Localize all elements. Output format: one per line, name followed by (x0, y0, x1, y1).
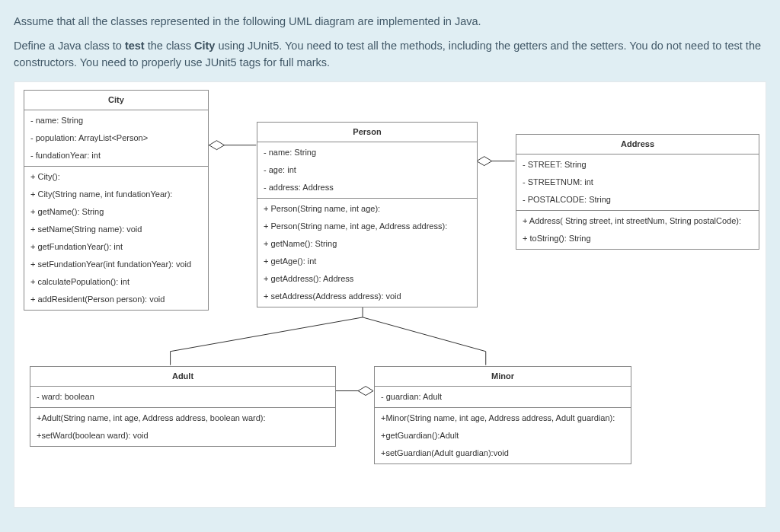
op: + addResident(Person person): void (24, 291, 208, 308)
op: + calculatePopulation(): int (24, 273, 208, 291)
attr: - age: int (257, 161, 477, 179)
class-title: Address (516, 135, 759, 155)
operations: +Adult(String name, int age, Address add… (30, 408, 335, 446)
op: + Person(String name, int age): (257, 200, 477, 218)
svg-line-6 (171, 317, 363, 352)
class-person: Person - name: String - age: int - addre… (257, 122, 478, 307)
class-title: Adult (30, 367, 335, 387)
op: + setName(String name): void (24, 221, 208, 238)
op: + setAddress(Address address): void (257, 288, 477, 305)
problem-statement: Assume that all the classes represented … (14, 14, 766, 71)
class-minor: Minor - guardian: Adult +Minor(String na… (374, 366, 631, 464)
class-adult: Adult - ward: boolean +Adult(String name… (30, 366, 336, 447)
class-title: Minor (375, 367, 631, 387)
svg-marker-3 (477, 157, 492, 166)
paragraph-2: Define a Java class to test the class Ci… (14, 38, 766, 72)
attr: - POSTALCODE: String (516, 191, 759, 209)
class-city: City - name: String - population: ArrayL… (24, 90, 209, 311)
op: +setGuardian(Adult guardian):void (375, 444, 631, 462)
operations: + Person(String name, int age): + Person… (257, 199, 477, 307)
op: +getGuardian():Adult (375, 427, 631, 444)
op: + getFundationYear(): int (24, 238, 208, 256)
operations: +Minor(String name, int age, Address add… (375, 408, 631, 464)
op: + getName(): String (257, 235, 477, 253)
attributes: - name: String - age: int - address: Add… (257, 142, 477, 199)
attr: - address: Address (257, 179, 477, 196)
svg-line-8 (363, 317, 486, 352)
op: + setFundationYear(int fundationYear): v… (24, 256, 208, 273)
op: + getName(): String (24, 203, 208, 221)
op: + Address( String street, int streetNum,… (516, 212, 759, 230)
operations: + Address( String street, int streetNum,… (516, 211, 759, 249)
op: + Person(String name, int age, Address a… (257, 218, 477, 235)
attr: - name: String (257, 144, 477, 161)
attributes: - name: String - population: ArrayList<P… (24, 110, 208, 167)
attr: - ward: boolean (30, 388, 335, 406)
attributes: - STREET: String - STREETNUM: int - POST… (516, 155, 759, 211)
attributes: - guardian: Adult (375, 387, 631, 408)
op: + getAddress(): Address (257, 270, 477, 288)
op: + toString(): String (516, 230, 759, 247)
op: + City(): (24, 168, 208, 186)
attr: - STREETNUM: int (516, 174, 759, 191)
op: +Adult(String name, int age, Address add… (30, 409, 335, 427)
paragraph-1: Assume that all the classes represented … (14, 14, 766, 30)
uml-diagram: City - name: String - population: ArrayL… (14, 81, 766, 508)
attr: - fundationYear: int (24, 147, 208, 164)
svg-marker-11 (358, 387, 373, 396)
svg-marker-1 (209, 141, 224, 150)
attr: - name: String (24, 112, 208, 129)
op: +setWard(boolean ward): void (30, 427, 335, 444)
attributes: - ward: boolean (30, 387, 335, 408)
attr: - guardian: Adult (375, 388, 631, 406)
class-title: City (24, 91, 208, 110)
attr: - population: ArrayList<Person> (24, 129, 208, 147)
op: + getAge(): int (257, 253, 477, 270)
operations: + City(): + City(String name, int fundat… (24, 167, 208, 310)
class-address: Address - STREET: String - STREETNUM: in… (516, 134, 759, 250)
op: + City(String name, int fundationYear): (24, 186, 208, 203)
op: +Minor(String name, int age, Address add… (375, 409, 631, 427)
class-title: Person (257, 123, 477, 142)
attr: - STREET: String (516, 156, 759, 174)
